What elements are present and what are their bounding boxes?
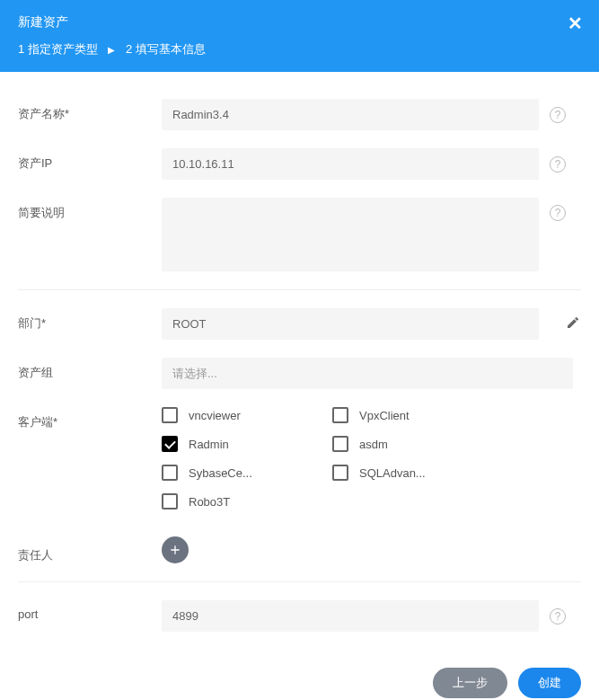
description-textarea[interactable] xyxy=(162,198,539,271)
help-icon[interactable]: ? xyxy=(550,205,566,221)
form-content: 资产名称* ? 资产IP ? 简要说明 ? 部门* ROOT 资产组 xyxy=(0,72,599,650)
checkbox-vpxclient[interactable] xyxy=(332,407,348,423)
checkbox-robo3t[interactable] xyxy=(162,493,178,509)
checkbox-item-asdm: asdm xyxy=(332,436,503,452)
checkbox-sybasece[interactable] xyxy=(162,465,178,481)
row-owner: 责任人 xyxy=(18,531,581,572)
pencil-icon[interactable] xyxy=(566,315,580,333)
label-client: 客户端* xyxy=(18,407,162,430)
help-icon[interactable]: ? xyxy=(550,156,566,173)
checkbox-item-robo3t: Robo3T xyxy=(162,493,332,509)
label-owner: 责任人 xyxy=(18,540,162,563)
row-asset-name: 资产名称* ? xyxy=(18,90,581,139)
checkbox-item-sqladvan: SQLAdvan... xyxy=(332,465,503,481)
checkbox-item-radmin: Radmin xyxy=(162,436,332,452)
checkbox-asdm[interactable] xyxy=(332,436,348,452)
asset-group-select[interactable] xyxy=(162,358,573,389)
dialog-header: 新建资产 ✕ 1 指定资产类型 ▶ 2 填写基本信息 xyxy=(0,0,599,72)
label-department: 部门* xyxy=(18,308,162,332)
client-checkbox-grid: vncviewerVpxClientRadminasdmSybaseCe...S… xyxy=(162,407,557,522)
add-owner-button[interactable] xyxy=(162,536,189,563)
close-icon[interactable]: ✕ xyxy=(568,13,583,34)
step-indicator: 1 指定资产类型 ▶ 2 填写基本信息 xyxy=(18,41,581,58)
checkbox-label: vncviewer xyxy=(189,409,241,422)
step-2[interactable]: 2 填写基本信息 xyxy=(126,42,206,56)
checkbox-item-sybasece: SybaseCe... xyxy=(162,465,332,481)
dialog-footer: 上一步 创建 xyxy=(0,650,599,700)
checkbox-item-vpxclient: VpxClient xyxy=(332,407,503,423)
checkbox-label: Radmin xyxy=(189,438,229,451)
label-asset-name: 资产名称* xyxy=(18,99,162,122)
row-department: 部门* ROOT xyxy=(18,299,581,349)
divider xyxy=(18,289,581,290)
dialog-title: 新建资产 xyxy=(18,14,581,31)
divider xyxy=(18,581,581,582)
step-separator-icon: ▶ xyxy=(108,45,115,55)
port-input[interactable] xyxy=(162,600,539,632)
checkbox-label: SybaseCe... xyxy=(189,466,252,480)
checkbox-label: SQLAdvan... xyxy=(359,466,426,480)
create-button[interactable]: 创建 xyxy=(518,668,581,698)
row-client: 客户端* vncviewerVpxClientRadminasdmSybaseC… xyxy=(18,398,581,531)
asset-ip-input[interactable] xyxy=(162,148,539,180)
checkbox-label: Robo3T xyxy=(189,495,230,509)
step-1[interactable]: 1 指定资产类型 xyxy=(18,42,98,56)
prev-button[interactable]: 上一步 xyxy=(433,668,507,698)
asset-name-input[interactable] xyxy=(162,99,539,130)
label-asset-ip: 资产IP xyxy=(18,148,162,172)
row-asset-ip: 资产IP ? xyxy=(18,139,581,189)
label-asset-group: 资产组 xyxy=(18,358,162,381)
checkbox-vncviewer[interactable] xyxy=(162,407,178,423)
row-description: 简要说明 ? xyxy=(18,189,581,280)
label-description: 简要说明 xyxy=(18,198,162,221)
help-icon[interactable]: ? xyxy=(550,608,566,625)
checkbox-radmin[interactable] xyxy=(162,436,178,452)
row-port: port ? xyxy=(18,591,581,641)
help-icon[interactable]: ? xyxy=(550,107,566,123)
row-asset-group: 资产组 xyxy=(18,349,581,398)
checkbox-label: asdm xyxy=(359,438,388,451)
checkbox-label: VpxClient xyxy=(359,409,410,422)
department-field: ROOT xyxy=(162,308,539,340)
checkbox-item-vncviewer: vncviewer xyxy=(162,407,332,423)
label-port: port xyxy=(18,600,162,621)
checkbox-sqladvan[interactable] xyxy=(332,465,348,481)
